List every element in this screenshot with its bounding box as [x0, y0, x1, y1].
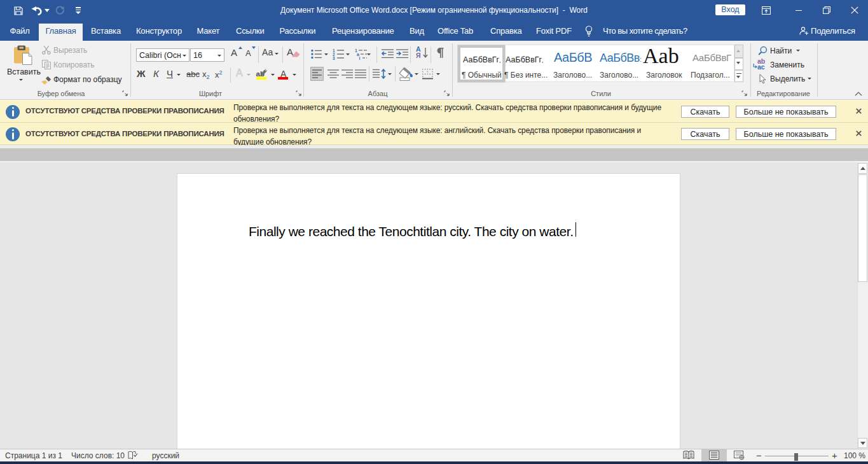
svg-text:i: i — [359, 56, 361, 60]
svg-text:3: 3 — [333, 56, 335, 60]
